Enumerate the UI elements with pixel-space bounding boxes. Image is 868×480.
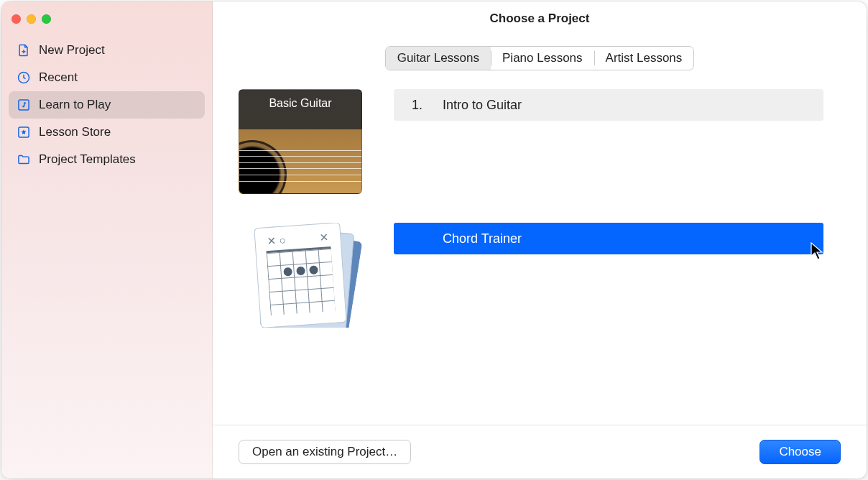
project-chooser-window: New Project Recent Learn [1,1,867,479]
lesson-row-chord-trainer[interactable]: Chord Trainer [394,223,823,254]
footer: Open an existing Project… Choose [213,425,867,479]
svg-rect-1 [19,100,29,110]
lesson-list-area: Basic Guitar 1. Intro to Guitar [213,89,867,425]
sidebar: New Project Recent Learn [1,1,213,479]
sidebar-item-new-project[interactable]: New Project [9,37,205,64]
sidebar-item-recent[interactable]: Recent [9,64,205,91]
lesson-row-intro-to-guitar[interactable]: 1. Intro to Guitar [394,89,823,121]
sidebar-item-label: Recent [39,70,78,85]
titlebar: Choose a Project [213,1,867,36]
sidebar-item-label: Lesson Store [39,125,111,139]
window-controls [1,7,212,34]
basic-guitar-thumbnail[interactable]: Basic Guitar [239,89,362,194]
main-panel: Choose a Project Guitar Lessons Piano Le… [213,1,867,479]
choose-button[interactable]: Choose [760,440,841,464]
minimize-window-button[interactable] [27,14,36,24]
sidebar-item-label: New Project [39,43,105,57]
lesson-title: Chord Trainer [443,231,522,246]
open-existing-project-button[interactable]: Open an existing Project… [239,440,411,464]
window-title: Choose a Project [490,11,590,26]
sidebar-item-label: Learn to Play [39,98,111,112]
clock-icon [16,70,32,86]
segment-artist-lessons[interactable]: Artist Lessons [594,47,694,70]
lesson-title: Intro to Guitar [443,98,522,113]
lesson-number: 1. [408,98,423,113]
document-plus-icon [16,42,32,58]
thumbnail-label: Basic Guitar [239,97,361,110]
folder-icon [16,152,32,167]
star-square-icon [16,124,32,140]
close-window-button[interactable] [11,14,21,24]
zoom-window-button[interactable] [42,14,51,24]
segment-guitar-lessons[interactable]: Guitar Lessons [386,47,491,70]
svg-point-2 [22,106,24,108]
lesson-type-segmented-control: Guitar Lessons Piano Lessons Artist Less… [385,46,695,70]
music-note-square-icon [16,97,32,113]
segment-piano-lessons[interactable]: Piano Lessons [491,47,594,70]
sidebar-item-project-templates[interactable]: Project Templates [9,146,205,173]
chord-trainer-thumbnail[interactable]: ✕ ○ ✕ [239,223,362,328]
sidebar-item-lesson-store[interactable]: Lesson Store [9,119,205,146]
sidebar-item-learn-to-play[interactable]: Learn to Play [9,91,205,119]
sidebar-item-label: Project Templates [39,152,136,167]
